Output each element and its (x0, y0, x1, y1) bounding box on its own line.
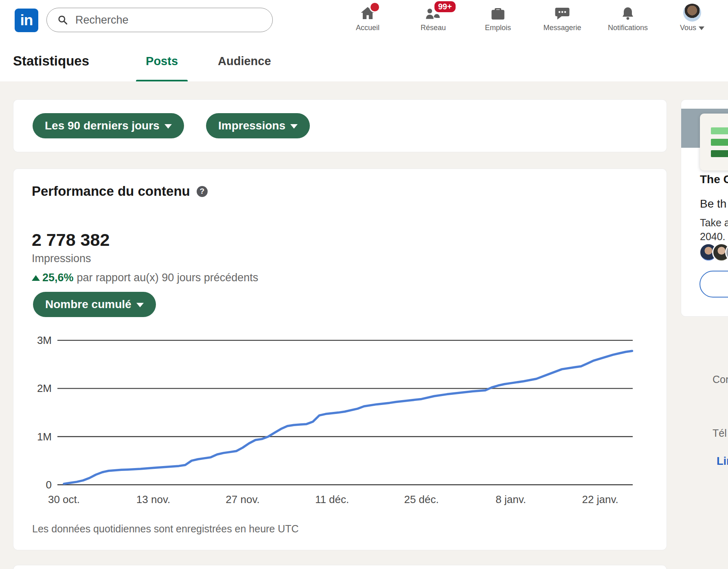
ad-card[interactable]: The C Be th Take a 2040. (681, 99, 728, 317)
nav-item-home[interactable]: Accueil (337, 3, 398, 32)
active-tab-underline (136, 80, 188, 81)
ad-headline: Be th (700, 197, 726, 210)
nav-item-notifications[interactable]: Notifications (597, 3, 658, 32)
impressions-label: Impressions (32, 252, 91, 265)
x-axis-tick-label: 27 nov. (226, 493, 259, 506)
nav-label-messaging: Messagerie (543, 24, 581, 32)
nav-item-me[interactable]: Vous (662, 3, 723, 32)
impressions-line-series[interactable] (64, 351, 632, 484)
y-axis-tick-label: 0 (46, 479, 52, 491)
home-notification-dot (369, 2, 380, 13)
analytics-tab-bar: Statistiques Posts Audience (0, 41, 728, 81)
chart-footnote: Les données quotidiennes sont enregistré… (32, 523, 299, 535)
metric-dropdown[interactable]: Impressions (206, 113, 310, 138)
search-placeholder: Recherche (75, 14, 129, 26)
nav-item-jobs[interactable]: Emplois (467, 3, 528, 32)
help-icon[interactable]: ? (197, 186, 208, 197)
x-axis-tick-label: 30 oct. (48, 493, 80, 506)
footer-link-fragment-2[interactable]: Tél (713, 427, 727, 439)
nav-label-me: Vous (680, 24, 704, 32)
nav-label-jobs: Emplois (485, 24, 511, 32)
x-axis-tick-label: 22 janv. (582, 493, 618, 506)
ad-title: The C (700, 173, 728, 186)
x-axis-tick-label: 8 janv. (496, 493, 526, 506)
home-icon (359, 3, 376, 22)
ad-cta-button[interactable] (699, 271, 728, 298)
nav-label-network: Réseau (421, 24, 446, 32)
page-title: Statistiques (13, 53, 89, 69)
tab-audience[interactable]: Audience (208, 41, 281, 81)
impressions-total: 2 778 382 (32, 230, 110, 250)
y-axis-tick-label: 2M (37, 382, 52, 394)
nav-label-home: Accueil (356, 24, 379, 32)
network-badge: 99+ (433, 0, 457, 13)
search-icon (57, 15, 68, 25)
caret-down-icon (164, 124, 172, 129)
performance-chart-svg: 01M2M3M30 oct.13 nov.27 nov.11 déc.25 dé… (26, 328, 653, 516)
network-icon: 99+ (424, 3, 442, 22)
y-axis-tick-label: 3M (37, 334, 52, 346)
delta-suffix: par rapport au(x) 90 jours précédents (77, 271, 259, 284)
ad-body-line1: Take a (700, 217, 728, 229)
delta-percent: 25,6% (42, 271, 74, 284)
content-performance-card: Performance du contenu ? 2 778 382 Impre… (13, 169, 667, 550)
date-range-dropdown[interactable]: Les 90 derniers jours (33, 113, 184, 138)
search-input[interactable]: Recherche (46, 8, 273, 32)
delta-row: 25,6% par rapport au(x) 90 jours précéde… (32, 271, 258, 284)
caret-down-icon (136, 303, 144, 307)
footer-link-fragment-1[interactable]: Con (713, 374, 728, 385)
ad-logo-bar-medium (711, 139, 728, 146)
linkedin-logo[interactable]: in (15, 9, 38, 32)
linkedin-analytics-page: in Recherche Accueil (0, 0, 728, 569)
ad-logo-tile (700, 114, 728, 171)
filters-card: Les 90 derniers jours Impressions (13, 99, 667, 152)
y-axis-tick-label: 1M (37, 431, 52, 443)
chevron-down-icon (699, 26, 704, 30)
nav-item-network[interactable]: 99+ Réseau (403, 3, 464, 32)
x-axis-tick-label: 11 déc. (315, 493, 349, 506)
messaging-icon (554, 3, 571, 22)
ad-logo-bar-dark (711, 150, 728, 157)
caret-down-icon (290, 124, 298, 129)
nav-label-notifications: Notifications (608, 24, 648, 32)
tab-posts[interactable]: Posts (136, 41, 188, 81)
nav-item-messaging[interactable]: Messagerie (532, 3, 593, 32)
next-card-edge (13, 565, 667, 569)
x-axis-tick-label: 25 déc. (404, 493, 439, 506)
series-toggle-dropdown[interactable]: Nombre cumulé (33, 292, 156, 317)
linkedin-footer-logo-fragment: Lin (717, 455, 728, 468)
card-title: Performance du contenu (32, 184, 190, 199)
briefcase-icon (489, 3, 507, 22)
trend-up-icon (32, 275, 40, 281)
bell-icon (620, 3, 636, 22)
global-nav: in Recherche Accueil (0, 0, 728, 41)
ad-logo-bar-light (711, 127, 728, 134)
profile-avatar (683, 4, 701, 22)
ad-body-line2: 2040. (700, 231, 726, 243)
x-axis-tick-label: 13 nov. (136, 493, 170, 506)
